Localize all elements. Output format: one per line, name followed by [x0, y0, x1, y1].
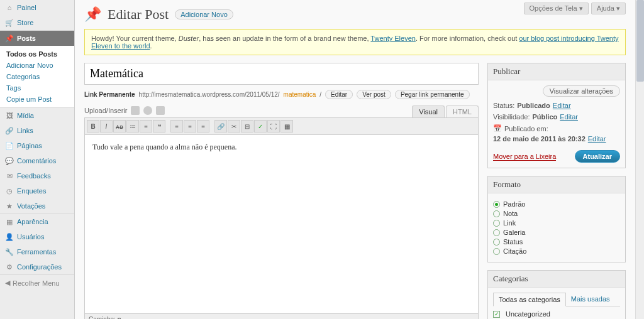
- radio-icon[interactable]: [493, 248, 500, 255]
- sidebar-item-ferramentas[interactable]: 🔧Ferramentas: [0, 244, 74, 259]
- sidebar-item-label: Páginas: [17, 142, 42, 149]
- editor-tabs: Visual HTML: [411, 105, 479, 117]
- radio-icon[interactable]: [493, 239, 500, 246]
- format-option-nota[interactable]: Nota: [493, 210, 620, 217]
- align-right-button[interactable]: ≡: [197, 120, 209, 132]
- sidebar-item-painel[interactable]: ⌂Painel: [0, 0, 74, 15]
- categories-metabox: Categorias Todas as categorias Mais usad…: [487, 270, 626, 319]
- get-permalink-button[interactable]: Pegar link permanente: [395, 90, 470, 99]
- format-metabox: Formato PadrãoNotaLinkGaleriaStatusCitaç…: [487, 176, 626, 262]
- fullscreen-button[interactable]: ⛶: [267, 120, 280, 132]
- editor-toolbar: B I ᴀʙ ≔ ≡ ❝ ≡ ≡ ≡ 🔗 ✂ ⊟ ✓ ⛶ ▦: [84, 117, 479, 135]
- sidebar-item-links[interactable]: 🔗Links: [0, 123, 74, 138]
- settings-icon: ⚙: [5, 262, 14, 271]
- tab-html[interactable]: HTML: [446, 105, 479, 117]
- format-option-padrão[interactable]: Padrão: [493, 200, 620, 208]
- blockquote-button[interactable]: ❝: [153, 120, 165, 132]
- tools-icon: 🔧: [5, 247, 14, 256]
- sidebar-item-label: Comentários: [17, 157, 56, 165]
- radio-icon[interactable]: [493, 201, 500, 208]
- italic-button[interactable]: I: [100, 120, 113, 132]
- permalink-slug: matematica: [284, 91, 316, 98]
- sidebar-item-usuarios[interactable]: 👤Usuários: [0, 229, 74, 244]
- checkbox-icon[interactable]: ✓: [493, 311, 500, 318]
- home-icon: ⌂: [5, 3, 14, 12]
- category-item[interactable]: ✓Uncategorized: [493, 310, 620, 318]
- align-left-button[interactable]: ≡: [170, 120, 183, 132]
- scrollbar[interactable]: [635, 0, 644, 319]
- sidebar-item-posts[interactable]: 📌Posts: [0, 31, 74, 46]
- screen-meta: Opções de Tela ▾ Ajuda ▾: [524, 3, 626, 14]
- add-new-button[interactable]: Adicionar Novo: [175, 9, 233, 19]
- submenu-categories[interactable]: Categorias: [0, 71, 74, 82]
- bold-button[interactable]: B: [87, 120, 99, 132]
- add-media-icon[interactable]: [143, 106, 152, 115]
- sidebar-item-label: Enquetes: [17, 187, 46, 195]
- radio-icon[interactable]: [493, 229, 500, 236]
- screen-options-toggle[interactable]: Opções de Tela ▾: [524, 3, 589, 14]
- submenu-all-posts[interactable]: Todos os Posts: [0, 48, 74, 60]
- preview-changes-button[interactable]: Visualizar alterações: [543, 85, 620, 97]
- sidebar-item-midia[interactable]: 🖼Mídia: [0, 108, 74, 123]
- sidebar-item-label: Mídia: [17, 112, 34, 119]
- add-audio-icon[interactable]: [156, 106, 165, 115]
- more-button[interactable]: ⊟: [241, 120, 253, 132]
- sidebar-item-votacoes[interactable]: ★Votações: [0, 198, 74, 214]
- submenu-add-new[interactable]: Adicionar Novo: [0, 60, 74, 71]
- scrollthumb[interactable]: [636, 0, 644, 82]
- sidebar-item-comentarios[interactable]: 💬Comentários: [0, 153, 74, 168]
- post-content-editor[interactable]: Tudo vale a pena quando a alma não é peq…: [84, 135, 479, 314]
- align-center-button[interactable]: ≡: [184, 120, 196, 132]
- link-icon: 🔗: [5, 126, 14, 135]
- format-option-citação[interactable]: Citação: [493, 247, 620, 255]
- add-image-icon[interactable]: [131, 106, 140, 115]
- tab-most-used[interactable]: Mais usadas: [566, 293, 615, 306]
- unlink-button[interactable]: ✂: [228, 120, 240, 132]
- publish-heading: Publicar: [488, 63, 625, 80]
- post-title-input[interactable]: [84, 63, 479, 85]
- format-option-galeria[interactable]: Galeria: [493, 229, 620, 236]
- submenu-copy-post[interactable]: Copie um Post: [0, 94, 74, 105]
- sidebar-item-store[interactable]: 🛒Store: [0, 15, 74, 30]
- twenty-eleven-link[interactable]: Twenty Eleven: [370, 35, 416, 42]
- collapse-menu[interactable]: ◀Recolher Menu: [0, 275, 74, 291]
- permalink-label: Link Permanente: [84, 91, 135, 98]
- numbered-list-button[interactable]: ≡: [140, 120, 152, 132]
- radio-icon[interactable]: [493, 220, 500, 227]
- edit-visibility-link[interactable]: Editar: [560, 113, 578, 121]
- strike-button[interactable]: ᴀʙ: [113, 120, 126, 132]
- sidebar-item-enquetes[interactable]: ◷Enquetes: [0, 183, 74, 198]
- sidebar-item-aparencia[interactable]: ▦Aparência: [0, 214, 74, 229]
- move-to-trash-link[interactable]: Mover para a Lixeira: [493, 153, 556, 161]
- radio-icon[interactable]: [493, 210, 500, 217]
- upload-insert-row: Upload/Inserir: [84, 106, 165, 115]
- sidebar-item-configuracoes[interactable]: ⚙Configurações: [0, 259, 74, 274]
- tab-all-categories[interactable]: Todas as categorias: [493, 293, 566, 306]
- tab-visual[interactable]: Visual: [412, 105, 445, 117]
- kitchensink-button[interactable]: ▦: [280, 120, 293, 132]
- sidebar-item-label: Votações: [17, 202, 45, 210]
- main-content: Opções de Tela ▾ Ajuda ▾ 📌 Editar Post A…: [75, 0, 635, 319]
- bullet-list-button[interactable]: ≔: [126, 120, 139, 132]
- admin-sidebar: ⌂Painel 🛒Store 📌Posts Todos os Posts Adi…: [0, 0, 75, 319]
- help-toggle[interactable]: Ajuda ▾: [591, 3, 626, 14]
- collapse-icon: ◀: [5, 279, 10, 287]
- format-option-link[interactable]: Link: [493, 219, 620, 227]
- sidebar-item-feedbacks[interactable]: ✉Feedbacks: [0, 168, 74, 183]
- page-icon: 📄: [5, 141, 14, 150]
- permalink-edit-button[interactable]: Editar: [325, 90, 353, 99]
- update-button[interactable]: Atualizar: [575, 150, 620, 163]
- view-post-button[interactable]: Ver post: [357, 90, 391, 99]
- sidebar-item-label: Feedbacks: [17, 172, 51, 180]
- format-option-status[interactable]: Status: [493, 238, 620, 246]
- format-heading: Formato: [488, 176, 625, 193]
- link-button[interactable]: 🔗: [214, 120, 227, 132]
- sidebar-item-paginas[interactable]: 📄Páginas: [0, 138, 74, 153]
- edit-date-link[interactable]: Editar: [588, 135, 606, 143]
- update-notice: Howdy! Your current theme, Duster, has s…: [84, 29, 626, 55]
- spellcheck-button[interactable]: ✓: [254, 120, 267, 132]
- submenu-tags[interactable]: Tags: [0, 82, 74, 94]
- edit-status-link[interactable]: Editar: [553, 102, 571, 109]
- permalink-row: Link Permanente http://imesmatematica.wo…: [84, 90, 479, 99]
- sidebar-item-label: Posts: [17, 35, 36, 42]
